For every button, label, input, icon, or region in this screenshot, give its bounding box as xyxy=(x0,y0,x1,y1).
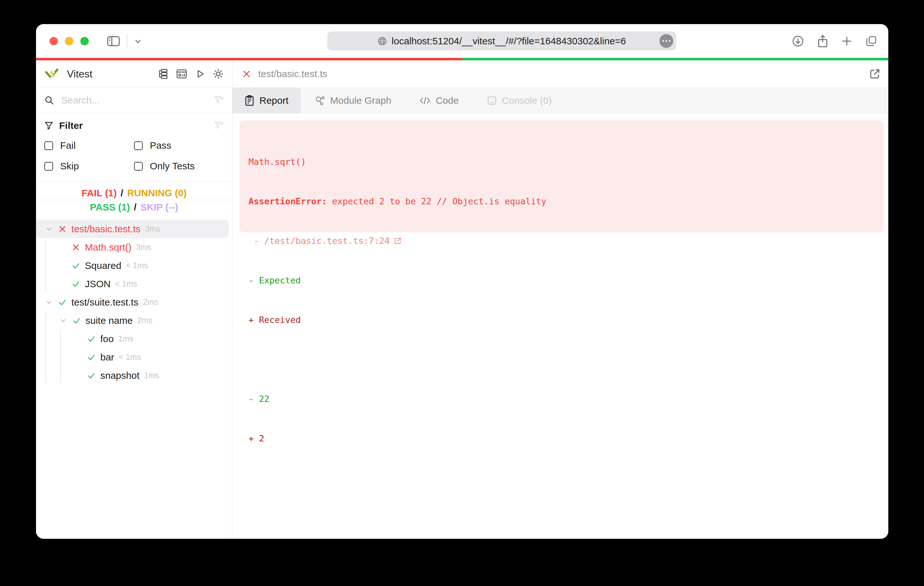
test-duration: 2ms xyxy=(137,316,152,325)
tab-code-label: Code xyxy=(436,95,459,106)
checkbox-skip[interactable]: Skip xyxy=(45,161,134,171)
chevron-down-icon[interactable] xyxy=(45,298,53,306)
view-tabs: Report Module Graph xyxy=(233,88,888,114)
tree-row-snapshot[interactable]: snapshot 1ms xyxy=(36,366,232,385)
clear-search-filter-icon[interactable] xyxy=(214,95,224,105)
checkbox-only-tests[interactable]: Only Tests xyxy=(134,161,224,171)
diff-expected-value: - 22 xyxy=(249,392,874,405)
summary-separator: / xyxy=(120,188,123,199)
close-window-button[interactable] xyxy=(50,37,58,45)
pass-check-icon xyxy=(71,280,80,288)
tree-row-suite-test-file[interactable]: test/suite.test.ts 2ms xyxy=(36,293,232,311)
minimize-window-button[interactable] xyxy=(65,37,73,45)
sidebar-header: Vitest xyxy=(36,60,232,88)
sidebar-toggle-icon[interactable] xyxy=(107,35,120,47)
test-label: test/basic.test.ts xyxy=(71,224,140,235)
share-icon[interactable] xyxy=(817,35,828,48)
clear-filter-icon[interactable] xyxy=(214,121,224,130)
pass-check-icon xyxy=(87,353,96,361)
test-label: Squared xyxy=(85,260,121,271)
only-tests-checkbox-box[interactable] xyxy=(134,162,143,171)
app-title: Vitest xyxy=(67,68,92,80)
zoom-window-button[interactable] xyxy=(80,37,89,45)
test-duration: < 1ms xyxy=(119,352,141,362)
diff-received-value: + 2 xyxy=(249,432,874,445)
chevron-down-icon[interactable] xyxy=(134,37,142,45)
only-tests-checkbox-label: Only Tests xyxy=(150,161,195,171)
test-duration: 1ms xyxy=(144,371,159,380)
tab-module-graph[interactable]: Module Graph xyxy=(300,88,406,113)
tree-row-bar[interactable]: bar < 1ms xyxy=(36,348,232,366)
dashboard-icon[interactable] xyxy=(176,68,187,79)
test-tree: test/basic.test.ts 3ms Math.sqrt() 3ms S… xyxy=(36,218,232,385)
error-location-line[interactable]: - /test/basic.test.ts:7:24 xyxy=(249,234,874,247)
globe-icon xyxy=(378,36,387,46)
module-graph-icon xyxy=(315,95,325,106)
search-input[interactable] xyxy=(61,94,214,106)
tab-code[interactable]: Code xyxy=(406,88,473,113)
pass-checkbox-box[interactable] xyxy=(134,142,143,150)
assertion-error-line: AssertionError: expected 2 to be 22 // O… xyxy=(249,195,874,208)
error-message: expected 2 to be 22 // Object.is equalit… xyxy=(327,196,546,206)
browser-toolbar: localhost:51204/__vitest__/#/?file=16484… xyxy=(36,24,888,58)
diff-blank-line xyxy=(249,353,874,366)
tab-console[interactable]: Console (0) xyxy=(473,88,566,113)
test-duration: < 1ms xyxy=(115,279,137,288)
filter-title: Filter xyxy=(59,120,82,131)
tree-row-json[interactable]: JSON < 1ms xyxy=(36,275,232,293)
run-all-icon[interactable] xyxy=(195,69,205,79)
test-label: suite name xyxy=(86,315,133,326)
fail-x-icon xyxy=(71,243,80,252)
downloads-icon[interactable] xyxy=(792,35,804,47)
tree-row-squared[interactable]: Squared < 1ms xyxy=(36,256,232,275)
fail-checkbox-box[interactable] xyxy=(45,142,53,150)
filter-icon xyxy=(45,121,53,130)
tab-report[interactable]: Report xyxy=(233,88,300,113)
vitest-logo xyxy=(45,66,59,81)
checkbox-fail[interactable]: Fail xyxy=(45,140,134,151)
sidebar: Vitest xyxy=(36,60,233,539)
filter-section: Filter Fail Pass Skip Only Tests xyxy=(36,113,232,181)
tree-row-math-sqrt[interactable]: Math.sqrt() 3ms xyxy=(36,238,232,256)
test-label: Math.sqrt() xyxy=(85,242,132,253)
test-label: bar xyxy=(100,352,114,363)
tab-module-graph-label: Module Graph xyxy=(330,95,391,106)
diff-received-label: + Received xyxy=(249,313,874,326)
tree-row-basic-test-file[interactable]: test/basic.test.ts 3ms xyxy=(36,220,229,238)
code-icon xyxy=(419,96,431,105)
tree-row-suite-name[interactable]: suite name 2ms xyxy=(36,311,232,330)
tree-row-foo[interactable]: foo 1ms xyxy=(36,330,232,348)
diff-expected-label: - Expected xyxy=(249,274,874,287)
pass-check-icon xyxy=(87,335,96,343)
assertion-error-panel: Math.sqrt() AssertionError: expected 2 t… xyxy=(239,120,883,232)
page-settings-button[interactable] xyxy=(659,34,673,48)
error-location-link[interactable]: /test/basic.test.ts:7:24 xyxy=(264,236,389,246)
report-icon xyxy=(245,95,254,106)
chevron-down-icon[interactable] xyxy=(58,317,68,324)
toolbar-actions xyxy=(792,24,878,58)
file-name: test/basic.test.ts xyxy=(258,68,327,79)
running-count: RUNNING (0) xyxy=(127,188,186,199)
summary-separator: / xyxy=(134,202,136,213)
toolbar-divider xyxy=(127,35,127,48)
tab-overview-icon[interactable] xyxy=(865,35,878,47)
checkbox-pass[interactable]: Pass xyxy=(134,140,224,151)
report-content: Math.sqrt() AssertionError: expected 2 t… xyxy=(233,114,888,539)
console-icon xyxy=(487,96,497,105)
chevron-down-icon[interactable] xyxy=(45,225,53,233)
theme-toggle-icon[interactable] xyxy=(213,68,224,79)
pass-check-icon xyxy=(87,371,96,380)
address-bar[interactable]: localhost:51204/__vitest__/#/?file=16484… xyxy=(327,31,676,51)
collapse-tree-icon[interactable] xyxy=(158,68,168,79)
skip-checkbox-box[interactable] xyxy=(45,162,53,171)
test-label: snapshot xyxy=(100,370,140,381)
fail-x-icon xyxy=(242,69,251,78)
traffic-lights xyxy=(50,37,89,45)
fail-checkbox-label: Fail xyxy=(60,140,76,151)
new-tab-icon[interactable] xyxy=(842,36,852,46)
skip-checkbox-label: Skip xyxy=(60,161,79,171)
error-name: AssertionError: xyxy=(249,196,327,206)
test-duration: < 1ms xyxy=(126,261,148,270)
open-in-editor-icon[interactable] xyxy=(869,68,881,80)
test-summary: FAIL (1) / RUNNING (0) PASS (1) / SKIP (… xyxy=(36,181,232,218)
